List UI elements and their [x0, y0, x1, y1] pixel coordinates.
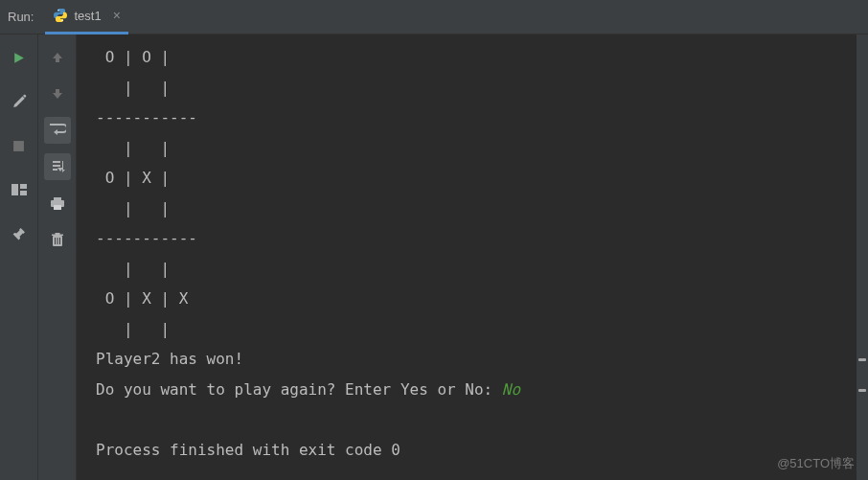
svg-point-0	[58, 10, 59, 11]
run-tab-bar: Run: test1 ×	[0, 0, 868, 34]
prompt-text: Do you want to play again? Enter Yes or …	[96, 380, 502, 399]
output-line: | |	[96, 320, 170, 338]
svg-point-1	[62, 20, 63, 21]
clear-all-button[interactable]	[44, 226, 71, 253]
output-line: O | X |	[96, 169, 170, 187]
svg-rect-8	[54, 205, 61, 210]
svg-rect-3	[11, 184, 18, 195]
output-line: O | O |	[96, 48, 170, 66]
exit-line: Process finished with exit code 0	[96, 441, 400, 459]
output-line: -----------	[96, 108, 197, 126]
output-line: O | X | X	[96, 289, 188, 308]
pin-button[interactable]	[6, 220, 33, 247]
output-line: Player2 has won!	[96, 350, 243, 368]
tab-test1[interactable]: test1 ×	[45, 0, 127, 34]
run-gutter-primary	[0, 34, 38, 480]
rerun-button[interactable]	[6, 44, 33, 71]
svg-rect-4	[20, 184, 27, 189]
run-label: Run:	[8, 10, 34, 24]
watermark: @51CTO博客	[777, 455, 855, 472]
edit-config-button[interactable]	[6, 88, 33, 115]
up-button[interactable]	[44, 44, 71, 71]
down-button[interactable]	[44, 80, 71, 107]
scroll-marker-gutter	[857, 34, 868, 480]
layout-button[interactable]	[6, 176, 33, 203]
svg-rect-12	[55, 238, 56, 244]
output-line: | |	[96, 139, 170, 157]
svg-rect-11	[52, 235, 63, 237]
tab-title: test1	[74, 9, 101, 23]
svg-rect-14	[59, 238, 60, 244]
scroll-to-end-button[interactable]	[44, 153, 71, 180]
stop-button[interactable]	[6, 132, 33, 159]
user-input: No	[502, 380, 520, 399]
svg-rect-2	[13, 141, 24, 151]
soft-wrap-button[interactable]	[44, 117, 71, 144]
run-gutter-secondary	[38, 34, 77, 480]
output-line: | |	[96, 199, 170, 217]
svg-rect-13	[57, 238, 57, 244]
close-icon[interactable]: ×	[113, 9, 121, 22]
print-button[interactable]	[44, 190, 71, 217]
console-output[interactable]: O | O | | | ----------- | | O | X | | | …	[77, 34, 868, 480]
output-line: | |	[96, 260, 170, 278]
svg-rect-6	[54, 197, 61, 200]
svg-rect-5	[20, 191, 27, 195]
output-line: | |	[96, 79, 170, 97]
python-file-icon	[53, 8, 68, 23]
output-line: -----------	[96, 229, 197, 247]
